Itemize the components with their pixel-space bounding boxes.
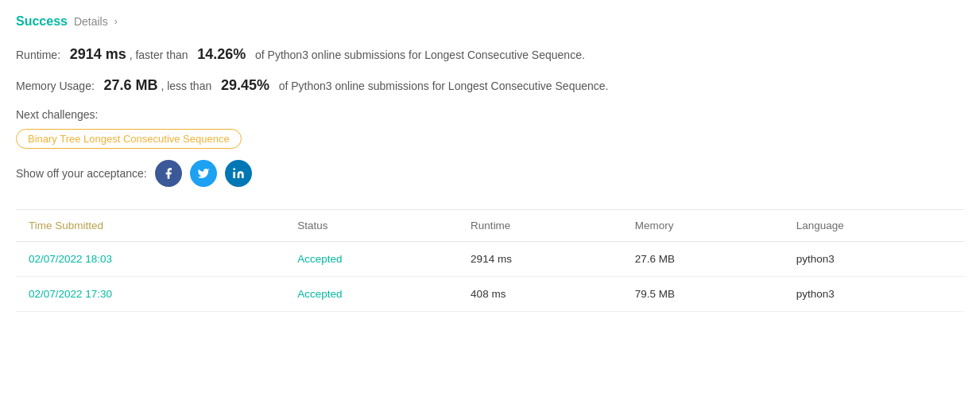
col-header-runtime: Runtime: [458, 210, 622, 242]
table-header-row: Time Submitted Status Runtime Memory Lan…: [16, 210, 964, 242]
runtime-value: 2914 ms: [70, 46, 126, 62]
details-link[interactable]: Details: [74, 15, 108, 28]
next-challenges-label: Next challenges:: [16, 108, 964, 121]
table-row: 02/07/2022 17:30Accepted408 ms79.5 MBpyt…: [16, 276, 964, 311]
header-row: Success Details ›: [16, 14, 964, 29]
svg-point-1: [233, 168, 235, 170]
memory-value: 27.6 MB: [103, 77, 157, 93]
submissions-table: Time Submitted Status Runtime Memory Lan…: [16, 210, 964, 312]
memory-prefix: Memory Usage:: [16, 80, 95, 92]
cell-runtime: 408 ms: [458, 276, 622, 311]
cell-language: python3: [784, 276, 964, 311]
twitter-icon[interactable]: [190, 160, 217, 187]
col-header-language: Language: [784, 210, 964, 242]
memory-connector: , less than: [161, 80, 211, 92]
col-header-memory: Memory: [622, 210, 784, 242]
cell-memory: 27.6 MB: [622, 241, 784, 276]
memory-suffix: of Python3 online submissions for Longes…: [279, 80, 609, 92]
runtime-connector: , faster than: [130, 49, 188, 61]
cell-memory: 79.5 MB: [622, 276, 784, 311]
cell-time[interactable]: 02/07/2022 18:03: [16, 241, 285, 276]
memory-stat: Memory Usage: 27.6 MB , less than 29.45%…: [16, 74, 964, 97]
cell-language: python3: [784, 241, 964, 276]
memory-pct: 29.45%: [221, 77, 269, 93]
runtime-suffix: of Python3 online submissions for Longes…: [255, 49, 585, 61]
runtime-pct: 14.26%: [197, 46, 246, 62]
col-header-time: Time Submitted: [16, 210, 285, 242]
table-row: 02/07/2022 18:03Accepted2914 ms27.6 MBpy…: [16, 241, 964, 276]
challenge-button[interactable]: Binary Tree Longest Consecutive Sequence: [16, 129, 242, 149]
facebook-icon[interactable]: [155, 160, 182, 187]
col-header-status: Status: [285, 210, 458, 242]
cell-time[interactable]: 02/07/2022 17:30: [16, 276, 285, 311]
linkedin-icon[interactable]: [225, 160, 252, 187]
cell-runtime: 2914 ms: [458, 241, 622, 276]
runtime-prefix: Runtime:: [16, 49, 60, 61]
social-row: Show off your acceptance:: [16, 160, 964, 187]
main-container: Success Details › Runtime: 2914 ms , fas…: [0, 0, 980, 326]
success-label: Success: [16, 14, 68, 29]
social-label: Show off your acceptance:: [16, 167, 147, 180]
cell-status: Accepted: [285, 276, 458, 311]
runtime-stat: Runtime: 2914 ms , faster than 14.26% of…: [16, 43, 964, 66]
svg-rect-0: [233, 172, 235, 178]
cell-status: Accepted: [285, 241, 458, 276]
chevron-icon: ›: [114, 16, 118, 27]
